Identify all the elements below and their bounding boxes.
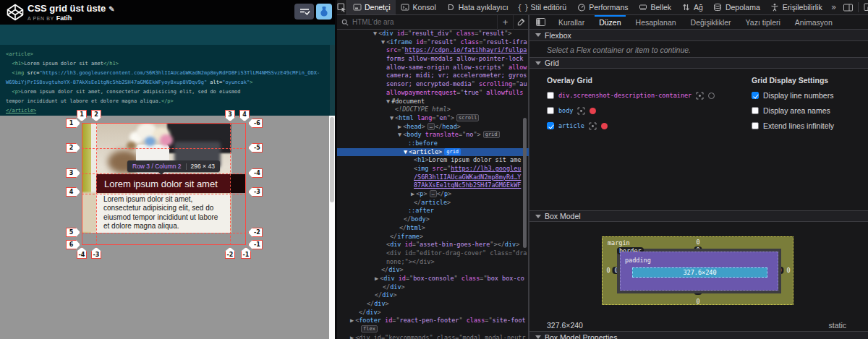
sidebar-tab-hesaplanan[interactable]: Hesaplanan [629,15,684,29]
margin-top-value[interactable]: 0 [696,239,699,246]
devtools-tab-stil-edit-r-[interactable]: { }Stil editörü [514,0,572,14]
avatar[interactable] [316,4,332,20]
tree-row[interactable]: none;"></div> [337,258,529,267]
pick-element-button[interactable] [337,0,347,14]
overlay-grid-selector[interactable]: body [558,107,573,114]
tree-row[interactable]: forms allow-modals allow-pointer-lock [337,55,529,64]
overlay-grid-selector[interactable]: div.screenshot-description-container [558,92,692,99]
devtools-tab-eri-ilebilirlik[interactable]: Erişilebilirlik [765,0,827,14]
tree-row[interactable]: ▶<div id="box-console" class="box box-co [337,275,529,283]
sidebar-tab-animasyon[interactable]: Animasyon [788,15,840,29]
box-model-section-header[interactable]: Box Model [529,210,868,222]
change-view-button[interactable] [294,4,314,20]
add-node-button[interactable]: + [497,15,513,30]
box-model-properties-header[interactable]: Box Model Properties [529,331,868,339]
tree-row[interactable]: </div> [337,309,529,317]
result-scrollbar-thumb[interactable] [330,117,334,202]
tree-row[interactable]: </article> [337,199,529,207]
tree-row[interactable]: </div> [337,283,529,292]
setting-label[interactable]: Display area names [763,106,830,115]
html-editor[interactable]: <article> <h1>Lorem ipsum dolor sit amet… [0,45,335,116]
sidebar-tab-d-zen[interactable]: Düzen [592,15,628,29]
tree-row[interactable]: src="https://cdpn.io/fatihhayri/fullpa [337,46,529,55]
tree-row[interactable]: ▼<div id="result_div" class="result"> [337,30,529,38]
tree-row[interactable]: ::after [337,207,529,215]
tree-scrollbar-thumb[interactable] [523,118,527,248]
eyedropper-button[interactable] [513,15,529,30]
tree-row[interactable]: </div> [337,291,529,300]
tree-row[interactable]: <img src="https://lh3.googleu [337,165,529,173]
setting-checkbox-display-area-names[interactable] [752,107,759,114]
tree-row[interactable]: <!DOCTYPE html> [337,106,529,114]
tree-row[interactable]: </div> [337,266,529,275]
margin-left-value[interactable]: 0 [606,267,610,274]
overlay-grid-checkbox[interactable] [547,107,554,114]
sidebar-tab-kurallar[interactable]: Kurallar [551,15,592,29]
box-model-content-box[interactable]: 327.6×240 [632,267,767,278]
tree-row[interactable]: sensor; encrypted-media" scrolling="au [337,80,529,89]
tree-row[interactable]: </iframe> [337,233,529,241]
box-model-border-box[interactable]: border padding 327.6×240 [617,249,781,293]
tree-row[interactable]: /S6R3hlIIAUcaGWKadN2mp8myRd…Y [337,173,529,182]
flexbox-section-header[interactable]: Flexbox [529,30,868,41]
tree-row[interactable]: ▶<div id="keycommands" class="modal moda… [337,334,529,339]
sidebar-tab-de-i-iklikler[interactable]: Değişiklikler [684,15,739,29]
tree-row[interactable]: </body> [337,215,529,224]
tree-row[interactable]: 87AkXsEe1tgNc5hb2SH47aGM6EkWF [337,181,529,190]
grid-section-header[interactable]: Grid [529,57,868,69]
tree-row[interactable]: <h1>Lorem ipsum dolor sit ame [337,156,529,165]
devtools-tab-hata-ay-klay-c-[interactable]: Hata ayıklayıcı [441,0,514,14]
overlay-grid-checkbox[interactable] [547,92,554,99]
grid-color-swatch[interactable] [708,93,715,99]
setting-checkbox-extend-lines-infinitely[interactable] [752,122,759,129]
tree-row[interactable]: camera; midi; vr; accelerometer; gyros [337,72,529,80]
margin-right-value[interactable]: 0 [786,267,790,274]
margin-bottom-value[interactable]: 0 [696,298,699,305]
split-button[interactable] [842,1,855,14]
grid-settings-icon[interactable] [589,122,597,130]
grid-settings-icon[interactable] [696,92,704,100]
responsive-button[interactable] [861,1,868,14]
editor-scrollbar[interactable] [330,45,335,116]
devtools-tab-denet-i[interactable]: Denetçi [347,0,396,14]
tree-row[interactable]: ▼#document [337,98,529,106]
tree-row[interactable]: ▶<footer id="react-pen-footer" class="si… [337,317,529,325]
chevrons-button[interactable]: » [827,1,841,14]
grid-settings-icon[interactable] [577,107,585,115]
tree-row[interactable]: ▼<body translate="no">grid [337,131,529,140]
overlay-grid-selector[interactable]: article [558,122,584,129]
tree-row[interactable]: ▼<iframe id="result" class="result-ifra [337,38,529,47]
grid-color-swatch[interactable] [601,123,608,129]
codepen-logo-icon[interactable] [6,3,25,22]
box-model-diagram[interactable]: margin 0 0 0 0 0 0 0 0 0 0 0 0 border pa… [602,236,793,305]
grid-color-swatch[interactable] [590,108,596,114]
tree-row[interactable]: allow-same-origin allow-scripts" allow [337,64,529,72]
tree-row[interactable]: flex [337,325,529,334]
pen-title[interactable]: CSS grid üst üste✎ [27,3,115,14]
tree-row[interactable]: allowpaymentrequest="true" allowfulls [337,89,529,98]
tree-row-selected[interactable]: ▼<article>grid [337,148,529,157]
pen-author[interactable]: Fatih [56,14,72,22]
devtools-tab-bellek[interactable]: Bellek [633,0,676,14]
devtools-tab-konsol[interactable]: Konsol [396,0,441,14]
setting-checkbox-display-line-numbers[interactable] [752,92,759,99]
edit-title-icon[interactable]: ✎ [109,5,114,13]
overlay-grid-checkbox[interactable] [547,122,554,129]
devtools-tab-a-[interactable]: Ağ [676,0,708,14]
tree-row[interactable]: ▶<head>…</head> [337,123,529,132]
sidebar-tab-yaz-tipleri[interactable]: Yazı tipleri [739,15,788,29]
setting-label[interactable]: Extend lines infinitely [763,121,834,130]
tree-row[interactable]: ::before [337,140,529,148]
tree-row[interactable]: </div> [337,300,529,309]
search-input[interactable]: HTML'de ara [352,18,497,26]
tree-row[interactable]: ▼<html lang="en">scroll [337,114,529,123]
devtools-tab-performans[interactable]: Performans [571,0,633,14]
devtools-tab-depolama[interactable]: Depolama [708,0,765,14]
tree-row[interactable]: </html> [337,224,529,233]
toggle-split-rules-button[interactable] [529,15,551,29]
tree-row[interactable]: <div id="asset-bin-goes-here"></div> [337,241,529,249]
tree-row[interactable]: ▶<p>…</p> [337,190,529,199]
tree-row[interactable]: <div id="editor-drag-cover" class="dra [337,249,529,258]
setting-label[interactable]: Display line numbers [763,91,833,100]
box-model-padding-box[interactable]: padding 327.6×240 [620,252,778,291]
